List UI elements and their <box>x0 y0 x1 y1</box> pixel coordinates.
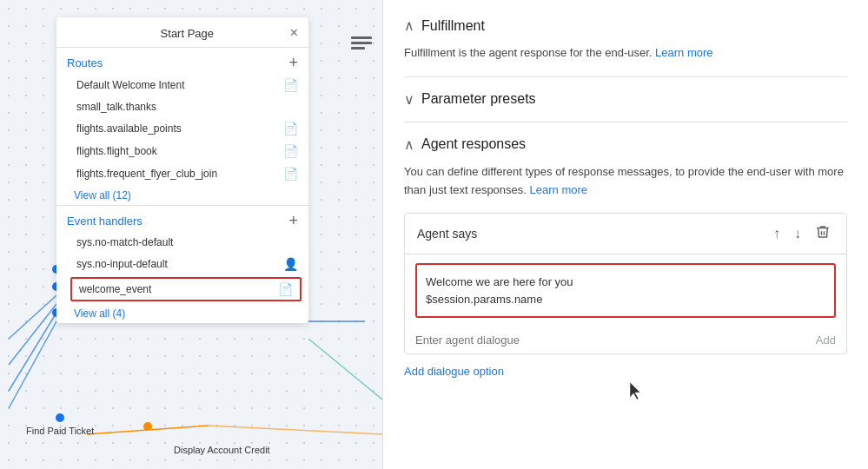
canvas-area: Start Page × Routes + Default Welcome In… <box>0 0 382 469</box>
person-icon: 👤 <box>283 257 298 271</box>
event-handlers-section-header: Event handlers + <box>56 205 308 232</box>
move-down-button[interactable]: ↓ <box>791 224 805 243</box>
route-name: flights.available_points <box>76 122 182 135</box>
route-name: small_talk.thanks <box>76 101 156 113</box>
add-dialogue-option-link[interactable]: Add dialogue option <box>404 365 504 378</box>
chevron-down-icon: ∨ <box>404 91 414 108</box>
chevron-up-icon: ∧ <box>404 136 414 153</box>
agent-responses-title: Agent responses <box>421 136 526 152</box>
route-name: flights.flight_book <box>76 145 157 157</box>
svg-rect-2 <box>351 47 365 50</box>
svg-line-5 <box>9 313 56 391</box>
cursor-icon <box>630 382 642 400</box>
list-item[interactable]: Default Welcome Intent 📄 <box>56 74 308 96</box>
orange-node-dot <box>143 422 152 431</box>
agent-says-title: Agent says <box>417 227 477 241</box>
fulfillment-title: Fulfillment <box>421 18 485 34</box>
panel-title: Start Page <box>84 27 290 40</box>
svg-line-10 <box>209 426 382 434</box>
svg-rect-1 <box>351 42 372 44</box>
route-name: Default Welcome Intent <box>76 79 185 91</box>
parameter-presets-section-toggle[interactable]: ∨ Parameter presets <box>404 91 847 108</box>
fulfillment-learn-more-link[interactable]: Learn more <box>655 46 712 59</box>
svg-line-8 <box>308 339 382 400</box>
start-page-panel: Start Page × Routes + Default Welcome In… <box>56 17 308 323</box>
event-handlers-add-button[interactable]: + <box>288 213 298 228</box>
find-paid-ticket-label: Find Paid Ticket <box>26 426 94 436</box>
stacked-lines-icon <box>349 35 374 58</box>
route-name: welcome_event <box>79 283 151 295</box>
doc-icon: 📄 <box>283 144 298 158</box>
fulfillment-section-toggle[interactable]: ∧ Fulfillment <box>404 17 847 34</box>
routes-add-button[interactable]: + <box>288 55 298 70</box>
event-handlers-label: Event handlers <box>67 215 142 228</box>
right-panel: ∧ Fulfillment Fulfillment is the agent r… <box>382 0 868 469</box>
agent-says-actions: ↑ ↓ <box>770 222 834 245</box>
display-account-credit-node: Display Account Credit <box>174 443 270 456</box>
routes-section-header: Routes + <box>56 48 308 74</box>
node-dot-blue <box>56 413 64 422</box>
dialogue-input-row: Add <box>405 327 846 353</box>
dialogue-text-line2: $session.params.name <box>426 291 825 308</box>
list-item[interactable]: sys.no-match-default <box>56 232 308 253</box>
agent-responses-section-toggle[interactable]: ∧ Agent responses <box>404 136 847 153</box>
doc-icon: 📄 <box>283 167 298 181</box>
svg-line-6 <box>9 321 56 408</box>
chevron-up-icon: ∧ <box>404 17 414 34</box>
doc-icon: 📄 <box>283 78 298 92</box>
delete-button[interactable] <box>812 222 834 245</box>
agent-responses-learn-more-link[interactable]: Learn more <box>530 183 587 196</box>
move-up-button[interactable]: ↑ <box>770 224 784 243</box>
agent-says-header: Agent says ↑ ↓ <box>405 214 846 254</box>
dialogue-text-line1: Welcome we are here for you <box>426 274 825 291</box>
panel-header: Start Page × <box>56 17 308 48</box>
event-handlers-view-all[interactable]: View all (4) <box>56 303 308 323</box>
dialogue-entry[interactable]: Welcome we are here for you $session.par… <box>415 263 836 318</box>
routes-label: Routes <box>67 56 103 69</box>
welcome-event-item[interactable]: welcome_event 📄 <box>70 277 301 301</box>
agent-says-box: Agent says ↑ ↓ W <box>404 213 847 354</box>
display-account-credit-label: Display Account Credit <box>174 445 270 455</box>
add-dialogue-option: Add dialogue option <box>404 365 847 378</box>
list-item[interactable]: flights.flight_book 📄 <box>56 140 308 162</box>
route-name: sys.no-input-default <box>76 258 168 270</box>
svg-line-4 <box>9 304 56 365</box>
svg-line-3 <box>9 295 56 339</box>
list-item[interactable]: flights.frequent_flyer_club_join 📄 <box>56 162 308 185</box>
find-paid-ticket-node: Find Paid Ticket <box>26 413 94 436</box>
divider <box>404 122 847 122</box>
divider <box>404 76 847 77</box>
close-button[interactable]: × <box>290 26 298 40</box>
agent-responses-description: You can define different types of respon… <box>404 163 847 200</box>
agent-dialogue-input[interactable] <box>415 334 809 347</box>
route-name: flights.frequent_flyer_club_join <box>76 168 217 180</box>
svg-rect-0 <box>351 36 372 39</box>
doc-icon: 📄 <box>278 282 293 296</box>
route-name: sys.no-match-default <box>76 236 173 248</box>
add-dialogue-button[interactable]: Add <box>816 334 836 347</box>
list-item[interactable]: flights.available_points 📄 <box>56 117 308 140</box>
doc-icon: 📄 <box>283 122 298 135</box>
routes-view-all[interactable]: View all (12) <box>56 185 308 205</box>
list-item[interactable]: small_talk.thanks <box>56 96 308 117</box>
list-item[interactable]: sys.no-input-default 👤 <box>56 253 308 275</box>
fulfillment-description: Fulfillment is the agent response for th… <box>404 44 847 63</box>
parameter-presets-title: Parameter presets <box>421 91 536 107</box>
